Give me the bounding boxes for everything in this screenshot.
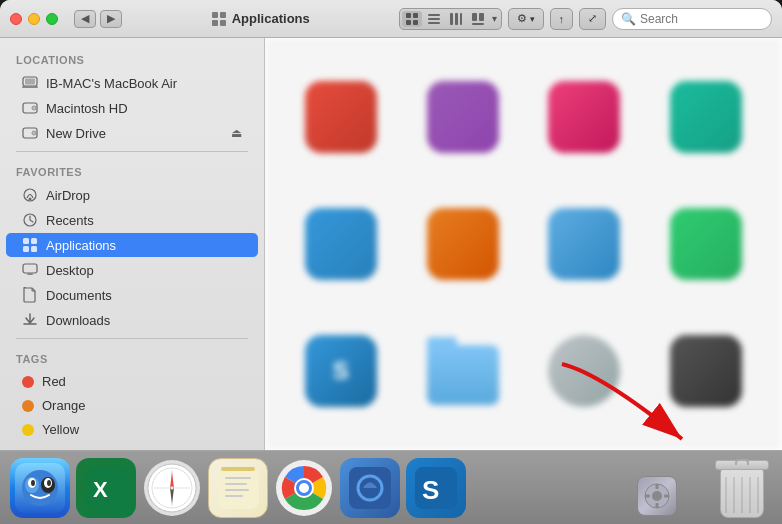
search-input[interactable] xyxy=(640,12,763,26)
close-button[interactable] xyxy=(10,13,22,25)
svg-point-22 xyxy=(33,107,35,109)
svg-rect-32 xyxy=(31,246,37,252)
fullscreen-icon: ⤢ xyxy=(588,12,597,25)
sidebar-item-new-drive[interactable]: New Drive ⏏ xyxy=(6,121,258,145)
sidebar-item-tag-orange[interactable]: Orange xyxy=(6,394,258,417)
dock-item-safari[interactable] xyxy=(142,458,202,518)
svg-rect-56 xyxy=(225,477,251,479)
sidebar-item-recents[interactable]: Recents xyxy=(6,208,258,232)
svg-point-43 xyxy=(31,480,35,486)
svg-rect-20 xyxy=(23,103,37,113)
forward-button[interactable]: ▶ xyxy=(100,10,122,28)
share-icon: ↑ xyxy=(559,13,565,25)
svg-point-63 xyxy=(299,483,309,493)
applications-title-icon xyxy=(211,11,227,27)
svg-rect-2 xyxy=(212,20,218,26)
excel-icon: X xyxy=(85,467,127,509)
eject-icon[interactable]: ⏏ xyxy=(231,126,242,140)
sidebar-item-desktop[interactable]: Desktop xyxy=(6,258,258,282)
dock-item-blue-app[interactable] xyxy=(340,458,400,518)
svg-rect-30 xyxy=(31,238,37,244)
svg-text:X: X xyxy=(93,477,108,502)
app-icon-dark[interactable] xyxy=(650,313,762,430)
app-icon-2[interactable] xyxy=(407,58,519,175)
app-icon-4[interactable] xyxy=(650,58,762,175)
trash-icon xyxy=(715,458,769,518)
svg-rect-11 xyxy=(450,13,453,25)
search-box[interactable]: 🔍 xyxy=(612,8,772,30)
app-icon-6[interactable] xyxy=(407,185,519,302)
back-button[interactable]: ◀ xyxy=(74,10,96,28)
svg-rect-1 xyxy=(220,12,226,18)
locations-section-label: Locations xyxy=(0,46,264,70)
share-button[interactable]: ↑ xyxy=(550,8,574,30)
sidebar-item-tag-red[interactable]: Red xyxy=(6,370,258,393)
sidebar-item-red-label: Red xyxy=(42,374,66,389)
gear-badge-icon xyxy=(643,482,671,510)
sidebar-item-applications[interactable]: Applications xyxy=(6,233,258,257)
dock-item-chrome[interactable] xyxy=(274,458,334,518)
svg-rect-19 xyxy=(22,86,38,88)
yellow-tag-dot xyxy=(22,424,34,436)
dock-item-notes[interactable] xyxy=(208,458,268,518)
svg-rect-33 xyxy=(23,264,37,273)
dock-item-spreadsheet-s[interactable]: S xyxy=(406,458,466,518)
app-icon-1[interactable] xyxy=(285,58,397,175)
view-controls: ▾ xyxy=(399,8,502,30)
documents-icon xyxy=(22,287,38,303)
dock-item-finder[interactable] xyxy=(10,458,70,518)
view-grid-button[interactable] xyxy=(402,11,422,27)
sidebar-item-downloads[interactable]: Downloads xyxy=(6,308,258,332)
svg-rect-73 xyxy=(664,495,669,498)
sidebar-item-airdrop[interactable]: AirDrop xyxy=(6,183,258,207)
svg-rect-0 xyxy=(212,12,218,18)
svg-rect-15 xyxy=(479,13,484,21)
fullscreen-toggle-button[interactable]: ⤢ xyxy=(579,8,606,30)
action-button[interactable]: ⚙ ▾ xyxy=(508,8,544,30)
sidebar-item-downloads-label: Downloads xyxy=(46,313,110,328)
sidebar-item-documents[interactable]: Documents xyxy=(6,283,258,307)
app-icon-7[interactable] xyxy=(529,185,641,302)
window-title-text: Applications xyxy=(232,11,310,26)
app-icon-folder[interactable] xyxy=(407,313,519,430)
svg-rect-4 xyxy=(406,13,411,18)
spreadsheet-icon: S xyxy=(415,467,457,509)
tags-section-label: Tags xyxy=(0,345,264,369)
view-gallery-button[interactable] xyxy=(468,11,488,27)
sidebar-item-documents-label: Documents xyxy=(46,288,112,303)
dock-item-trash[interactable] xyxy=(712,458,772,518)
minimize-button[interactable] xyxy=(28,13,40,25)
sidebar-item-recents-label: Recents xyxy=(46,213,94,228)
svg-rect-58 xyxy=(225,489,249,491)
titlebar: ◀ ▶ Applications xyxy=(0,0,782,38)
macbook-icon xyxy=(22,75,38,91)
sidebar-item-airdrop-label: AirDrop xyxy=(46,188,90,203)
view-column-button[interactable] xyxy=(446,11,466,27)
app-icon-circle[interactable] xyxy=(529,313,641,430)
app-icon-s[interactable]: S xyxy=(285,313,397,430)
view-dropdown-button[interactable]: ▾ xyxy=(490,13,499,24)
svg-rect-10 xyxy=(428,22,440,24)
svg-rect-57 xyxy=(225,483,247,485)
sidebar-item-macintosh-label: Macintosh HD xyxy=(46,101,128,116)
view-list-button[interactable] xyxy=(424,11,444,27)
svg-rect-55 xyxy=(221,467,255,471)
dock-item-excel[interactable]: X xyxy=(76,458,136,518)
app-icon-8[interactable] xyxy=(650,185,762,302)
traffic-lights xyxy=(10,13,58,25)
svg-point-25 xyxy=(33,132,35,134)
trash-body xyxy=(720,468,764,518)
blue-app-icon xyxy=(349,467,391,509)
content-area: Locations IB-MAC's MacBook Air Macintosh… xyxy=(0,38,782,450)
svg-rect-23 xyxy=(23,128,37,138)
svg-rect-6 xyxy=(406,20,411,25)
sidebar-item-macintosh-hd[interactable]: Macintosh HD xyxy=(6,96,258,120)
svg-rect-9 xyxy=(428,18,440,20)
file-area[interactable]: S xyxy=(265,38,782,450)
sidebar-item-tag-yellow[interactable]: Yellow xyxy=(6,418,258,441)
fullscreen-button[interactable] xyxy=(46,13,58,25)
sidebar-item-macbook[interactable]: IB-MAC's MacBook Air xyxy=(6,71,258,95)
app-icon-3[interactable] xyxy=(529,58,641,175)
app-icon-5[interactable] xyxy=(285,185,397,302)
downloads-icon xyxy=(22,312,38,328)
